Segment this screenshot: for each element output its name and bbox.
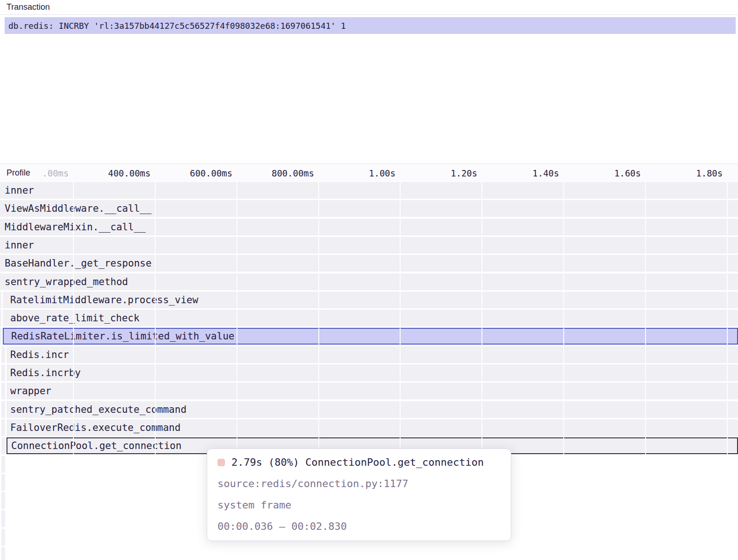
flame-row: Redis.incrby [0,365,738,381]
frame-bar[interactable]: MiddlewareMixin.__call__ [0,219,738,235]
axis-tick: 1.60s [614,164,641,182]
frame-stub[interactable] [0,292,1,308]
frame-stub[interactable] [1,456,5,473]
frame-bar[interactable]: RedisRateLimiter.is_limited_with_value [3,328,738,345]
flame-row: above_rate_limit_check [0,310,738,326]
frame-bar[interactable]: inner [0,237,738,254]
axis-tick: 800.00ms [271,164,314,182]
flame-row: Redis.incr [0,346,738,363]
axis-tick: 600.00ms [190,164,232,182]
flame-row: sentry_wrapped_method [0,273,738,290]
frame-bar[interactable]: sentry_wrapped_method [0,273,738,290]
axis-tick: 1.00s [369,164,395,182]
time-axis: Profile .00ms400.00ms600.00ms800.00ms1.0… [0,163,738,182]
axis-tick: 400.00ms [108,164,151,182]
profile-section-title: Profile [7,164,30,182]
gridline [155,182,156,560]
frame-bar[interactable]: inner [0,182,738,199]
tooltip-title-text: 2.79s (80%) ConnectionPool.get_connectio… [231,456,484,468]
frame-bar[interactable]: FailoverRedis.execute_command [7,419,738,436]
frame-tooltip: 2.79s (80%) ConnectionPool.get_connectio… [207,449,511,541]
gridline [73,182,74,560]
frame-stub[interactable] [0,328,1,345]
tooltip-title: 2.79s (80%) ConnectionPool.get_connectio… [217,456,501,468]
frame-stub[interactable] [1,547,5,560]
tooltip-source: source:redis/connection.py:1177 [217,478,501,489]
flame-row: sentry_patched_execute_command [0,401,738,418]
flame-row: inner [0,182,738,199]
frame-stub[interactable] [1,346,5,363]
frame-stub[interactable] [1,401,5,418]
frame-bar[interactable]: sentry_patched_execute_command [7,401,738,418]
tooltip-time-range: 00:00.036 — 00:02.830 [217,521,501,532]
frame-stub[interactable] [1,492,5,509]
flame-row: FailoverRedis.execute_command [0,419,738,436]
flame-chart[interactable]: innerViewAsMiddleware.__call__Middleware… [0,182,738,560]
flame-row: MiddlewareMixin.__call__ [0,219,738,235]
frame-stub[interactable] [1,474,5,491]
axis-tick: 1.20s [451,164,477,182]
frame-stub[interactable] [1,419,5,436]
frame-stub[interactable] [1,529,5,546]
flame-row: wrapper [0,383,738,399]
frame-stub[interactable] [1,437,5,454]
flame-row: ViewAsMiddleware.__call__ [0,200,738,217]
profiler-screen: Transaction db.redis: INCRBY 'rl:3a157bb… [0,0,738,560]
axis-tick: .00ms [42,164,69,182]
tooltip-color-swatch [217,459,225,466]
axis-tick: 1.40s [533,164,559,182]
transaction-section-title: Transaction [0,0,738,15]
transaction-span-row[interactable]: db.redis: INCRBY 'rl:3a157bb44127c5c5652… [5,17,736,34]
frame-stub[interactable] [0,310,1,326]
gridline [727,182,728,560]
flame-row: RedisRateLimiter.is_limited_with_value [0,328,738,345]
flame-row [0,547,738,560]
frame-bar[interactable]: wrapper [7,383,738,399]
gridline [563,182,564,560]
flame-row: BaseHandler._get_response [0,255,738,272]
frame-bar[interactable]: BaseHandler._get_response [0,255,738,272]
frame-bar[interactable]: ViewAsMiddleware.__call__ [0,200,738,217]
frame-stub[interactable] [1,365,5,381]
frame-bar[interactable]: RatelimitMiddleware.process_view [3,292,738,308]
flame-row: inner [0,237,738,254]
frame-bar[interactable]: above_rate_limit_check [3,310,738,326]
frame-stub[interactable] [1,383,5,399]
transaction-span-label: db.redis: INCRBY 'rl:3a157bb44127c5c5652… [8,21,346,31]
frame-bar[interactable]: Redis.incr [7,346,738,363]
axis-tick: 1.80s [696,164,723,182]
frame-stub[interactable] [1,510,5,527]
frame-bar[interactable]: Redis.incrby [7,365,738,381]
flame-row: RatelimitMiddleware.process_view [0,292,738,308]
gridline [645,182,646,560]
tooltip-frame-type: system frame [217,499,501,511]
